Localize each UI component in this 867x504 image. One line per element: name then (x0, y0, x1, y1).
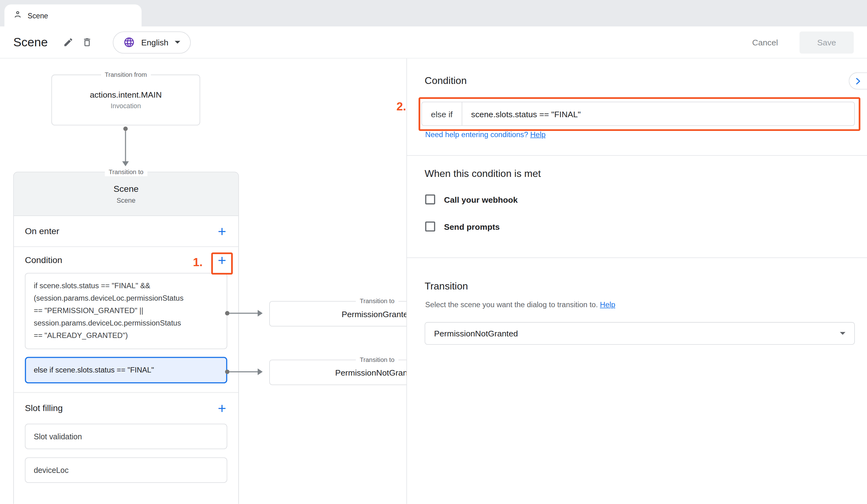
slot-filling-section: Slot filling + Slot validation deviceLoc (14, 393, 238, 483)
edit-scene-button[interactable] (59, 33, 77, 52)
divider (407, 155, 867, 156)
arrow-right-icon (258, 310, 263, 317)
pencil-icon (63, 37, 73, 47)
scene-card-header[interactable]: Scene Scene (14, 172, 238, 216)
transition-scene-select[interactable]: PermissionNotGranted (425, 322, 855, 345)
webhook-checkbox-row: Call your webhook (425, 194, 517, 204)
scene-type: Scene (117, 197, 135, 204)
transition-description: Select the scene you want the dialog to … (425, 301, 615, 309)
intent-name: actions.intent.MAIN (90, 90, 162, 99)
chevron-right-icon (854, 76, 862, 85)
arrow-down-icon (122, 161, 129, 166)
send-prompts-label: Send prompts (444, 222, 500, 231)
slot-item-validation[interactable]: Slot validation (25, 424, 227, 450)
connector-line (229, 313, 258, 314)
condition-editor: else if scene.slots.status == "FINAL" (421, 102, 855, 126)
condition-section-label: Condition (25, 255, 62, 265)
transition-heading: Transition (425, 281, 468, 292)
condition-help-link[interactable]: Help (530, 130, 546, 139)
condition-item-2-selected[interactable]: else if scene.slots.status == "FINAL" (25, 357, 227, 384)
condition-section: Condition + if scene.slots.status == "FI… (14, 247, 238, 393)
connector-dot (123, 127, 128, 131)
page-title: Scene (13, 35, 48, 50)
actions-person-icon (13, 10, 22, 21)
call-webhook-label: Call your webhook (444, 195, 518, 204)
scene-header: Scene English Cancel Save (0, 26, 867, 58)
transition-scene-value: PermissionNotGranted (434, 329, 518, 338)
transition-from-legend: Transition from (101, 70, 151, 79)
chevron-down-icon (174, 41, 180, 44)
condition-help-line: Need help entering conditions? Help (425, 130, 546, 139)
viewport: Scene Scene English Cancel Save Transiti… (0, 0, 867, 504)
add-condition-button[interactable]: + (218, 253, 226, 267)
language-selector[interactable]: English (113, 31, 191, 53)
chevron-down-icon (840, 332, 846, 335)
add-slot-button[interactable]: + (218, 402, 226, 416)
else-if-label: else if (422, 102, 462, 125)
delete-scene-button[interactable] (77, 33, 96, 52)
intent-subtitle: Invocation (111, 102, 141, 110)
transition-from-node[interactable]: Transition from actions.intent.MAIN Invo… (51, 75, 200, 125)
divider (407, 258, 867, 258)
connector-line (229, 371, 258, 372)
trash-icon (82, 37, 93, 47)
add-on-enter-button[interactable]: + (218, 224, 226, 238)
send-prompts-checkbox[interactable] (425, 221, 435, 231)
condition-detail-panel: Condition else if scene.slots.status == … (406, 58, 867, 504)
transition-to-legend: Transition to (105, 168, 148, 176)
collapse-panel-button[interactable] (849, 73, 867, 89)
connector-line (125, 131, 126, 162)
globe-icon (124, 36, 135, 48)
cancel-button[interactable]: Cancel (749, 37, 781, 47)
call-webhook-checkbox[interactable] (425, 194, 435, 204)
tab-bar: Scene (0, 0, 867, 26)
on-enter-label: On enter (25, 226, 60, 236)
save-button[interactable]: Save (800, 31, 854, 53)
prompts-checkbox-row: Send prompts (425, 221, 500, 231)
connector-dot (225, 370, 229, 374)
tab-label: Scene (28, 11, 48, 20)
scene-card: Transition to Scene Scene On enter + Con… (13, 172, 239, 504)
condition-item-1[interactable]: if scene.slots.status == "FINAL" && (ses… (25, 273, 227, 349)
transition-help-link[interactable]: Help (600, 301, 615, 309)
tab-scene[interactable]: Scene (4, 4, 142, 26)
on-enter-section: On enter + (14, 216, 238, 247)
slot-item-deviceloc[interactable]: deviceLoc (25, 458, 227, 483)
slot-filling-label: Slot filling (25, 404, 63, 414)
actions-console-scene-editor: Scene Scene English Cancel Save Transiti… (0, 0, 867, 504)
condition-expression-input[interactable]: scene.slots.status == "FINAL" (462, 102, 855, 125)
connector-dot (225, 311, 229, 315)
when-met-heading: When this condition is met (425, 168, 541, 179)
header-actions: Cancel Save (749, 31, 854, 53)
arrow-right-icon (258, 369, 263, 375)
panel-condition-heading: Condition (425, 75, 467, 87)
scene-name: Scene (114, 184, 139, 194)
language-label: English (141, 37, 168, 47)
